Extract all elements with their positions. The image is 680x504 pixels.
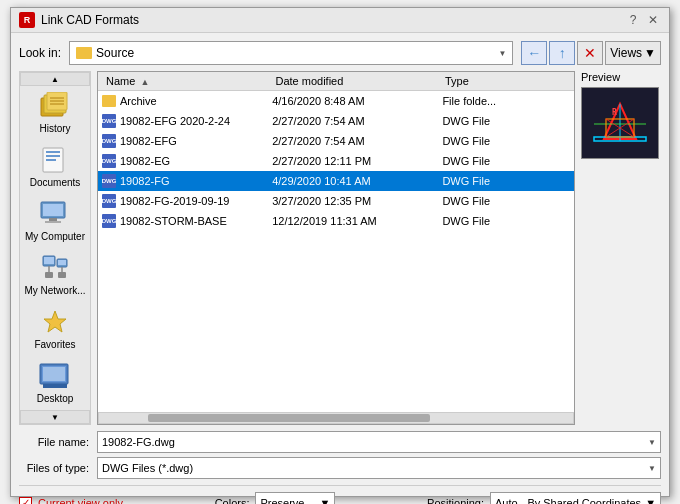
sidebar-item-my-computer[interactable]: My Computer bbox=[20, 194, 90, 248]
file-type: DWG File bbox=[442, 215, 570, 227]
file-list-header: Name ▲ Date modified Type bbox=[98, 72, 574, 91]
sidebar-scroll-down[interactable]: ▼ bbox=[20, 410, 90, 424]
file-name-field[interactable]: 19082-FG.dwg ▼ bbox=[97, 431, 661, 453]
svg-rect-13 bbox=[45, 221, 61, 223]
svg-rect-25 bbox=[43, 367, 65, 381]
current-view-label: Current view only bbox=[38, 497, 123, 504]
table-row[interactable]: Archive4/16/2020 8:48 AMFile folde... bbox=[98, 91, 574, 111]
filename-row: File name: 19082-FG.dwg ▼ bbox=[19, 431, 661, 453]
files-of-type-dropdown: ▼ bbox=[648, 464, 656, 473]
table-row[interactable]: DWG19082-STORM-BASE12/12/2019 11:31 AMDW… bbox=[98, 211, 574, 231]
sidebar-documents-label: Documents bbox=[30, 177, 81, 188]
svg-rect-8 bbox=[46, 155, 60, 157]
sidebar-my-computer-label: My Computer bbox=[25, 231, 85, 242]
svg-rect-12 bbox=[49, 218, 57, 221]
file-name-value: 19082-FG.dwg bbox=[102, 436, 175, 448]
dwg-icon: DWG bbox=[102, 214, 116, 228]
files-of-type-value: DWG Files (*.dwg) bbox=[102, 462, 193, 474]
file-type: DWG File bbox=[442, 155, 570, 167]
svg-rect-15 bbox=[44, 257, 54, 264]
up-button[interactable]: ↑ bbox=[549, 41, 575, 65]
table-row[interactable]: DWG19082-FG4/29/2020 10:41 AMDWG File bbox=[98, 171, 574, 191]
colors-combo[interactable]: Preserve ▼ bbox=[255, 492, 335, 504]
svg-rect-26 bbox=[43, 384, 67, 388]
options-row-1: Current view only Colors: Preserve ▼ Pos… bbox=[19, 492, 661, 504]
svg-rect-9 bbox=[46, 159, 56, 161]
horizontal-scrollbar[interactable] bbox=[98, 412, 574, 424]
sidebar-item-documents[interactable]: Documents bbox=[20, 140, 90, 194]
file-date: 12/12/2019 11:31 AM bbox=[272, 215, 442, 227]
column-type-header[interactable]: Type bbox=[441, 74, 570, 88]
look-in-combo[interactable]: Source ▼ bbox=[69, 41, 513, 65]
sidebar-history-label: History bbox=[39, 123, 70, 134]
help-button[interactable]: ? bbox=[625, 12, 641, 28]
file-date: 4/29/2020 10:41 AM bbox=[272, 175, 442, 187]
views-arrow: ▼ bbox=[644, 46, 656, 60]
dwg-icon: DWG bbox=[102, 134, 116, 148]
file-date: 2/27/2020 7:54 AM bbox=[272, 135, 442, 147]
documents-icon bbox=[39, 146, 71, 174]
svg-text:R: R bbox=[612, 108, 617, 117]
title-bar: R Link CAD Formats ? ✕ bbox=[11, 8, 669, 33]
views-label: Views bbox=[610, 46, 642, 60]
sidebar-item-my-network[interactable]: My Network... bbox=[20, 248, 90, 302]
scrollbar-thumb bbox=[148, 414, 430, 422]
file-type: DWG File bbox=[442, 175, 570, 187]
file-date: 3/27/2020 12:35 PM bbox=[272, 195, 442, 207]
svg-rect-17 bbox=[58, 260, 66, 265]
app-icon: R bbox=[19, 12, 35, 28]
dwg-icon: DWG bbox=[102, 174, 116, 188]
bottom-rows: File name: 19082-FG.dwg ▼ Files of type:… bbox=[19, 431, 661, 479]
dialog-title: Link CAD Formats bbox=[41, 13, 139, 27]
link-cad-dialog: R Link CAD Formats ? ✕ Look in: Source ▼… bbox=[10, 7, 670, 497]
current-view-checkbox[interactable] bbox=[19, 497, 32, 505]
sidebar-my-network-label: My Network... bbox=[24, 285, 85, 296]
toolbar-buttons: ← ↑ ✕ Views ▼ bbox=[521, 41, 661, 65]
files-of-type-field[interactable]: DWG Files (*.dwg) ▼ bbox=[97, 457, 661, 479]
sidebar-item-history[interactable]: History bbox=[20, 86, 90, 140]
colors-value: Preserve bbox=[260, 497, 304, 504]
positioning-group: Positioning: Auto - By Shared Coordinate… bbox=[427, 492, 661, 504]
current-view-checkbox-row: Current view only bbox=[19, 497, 123, 505]
title-bar-left: R Link CAD Formats bbox=[19, 12, 139, 28]
file-type: DWG File bbox=[442, 115, 570, 127]
close-button[interactable]: ✕ bbox=[645, 12, 661, 28]
preview-box: R bbox=[581, 87, 659, 159]
sidebar-favorites-label: Favorites bbox=[34, 339, 75, 350]
table-row[interactable]: DWG19082-EG2/27/2020 12:11 PMDWG File bbox=[98, 151, 574, 171]
delete-button[interactable]: ✕ bbox=[577, 41, 603, 65]
folder-icon bbox=[102, 95, 116, 107]
dialog-body: Look in: Source ▼ ← ↑ ✕ Views ▼ bbox=[11, 33, 669, 504]
preview-label: Preview bbox=[581, 71, 661, 83]
dwg-icon: DWG bbox=[102, 114, 116, 128]
desktop-icon bbox=[39, 362, 71, 390]
sidebar-scroll-up[interactable]: ▲ bbox=[20, 72, 90, 86]
filetype-row: Files of type: DWG Files (*.dwg) ▼ bbox=[19, 457, 661, 479]
positioning-value: Auto - By Shared Coordinates bbox=[495, 497, 641, 504]
column-name-header[interactable]: Name ▲ bbox=[102, 74, 271, 88]
main-area: ▲ History bbox=[19, 71, 661, 425]
history-icon bbox=[39, 92, 71, 120]
sidebar-item-favorites[interactable]: Favorites bbox=[20, 302, 90, 356]
svg-rect-21 bbox=[58, 272, 66, 278]
look-in-dropdown-arrow: ▼ bbox=[498, 49, 506, 58]
back-button[interactable]: ← bbox=[521, 41, 547, 65]
positioning-dropdown-arrow: ▼ bbox=[645, 497, 656, 504]
file-name-dropdown: ▼ bbox=[648, 438, 656, 447]
file-date: 4/16/2020 8:48 AM bbox=[272, 95, 442, 107]
my-computer-icon bbox=[39, 200, 71, 228]
sidebar-item-desktop[interactable]: Desktop bbox=[20, 356, 90, 410]
folder-icon bbox=[76, 47, 92, 59]
look-in-combo-text: Source bbox=[76, 46, 134, 60]
views-button[interactable]: Views ▼ bbox=[605, 41, 661, 65]
dwg-icon: DWG bbox=[102, 154, 116, 168]
sidebar: ▲ History bbox=[19, 71, 91, 425]
table-row[interactable]: DWG19082-FG-2019-09-193/27/2020 12:35 PM… bbox=[98, 191, 574, 211]
table-row[interactable]: DWG19082-EFG 2020-2-242/27/2020 7:54 AMD… bbox=[98, 111, 574, 131]
colors-label: Colors: bbox=[215, 497, 250, 504]
file-date: 2/27/2020 7:54 AM bbox=[272, 115, 442, 127]
column-date-header[interactable]: Date modified bbox=[271, 74, 440, 88]
positioning-combo[interactable]: Auto - By Shared Coordinates ▼ bbox=[490, 492, 661, 504]
table-row[interactable]: DWG19082-EFG2/27/2020 7:54 AMDWG File bbox=[98, 131, 574, 151]
colors-group: Colors: Preserve ▼ bbox=[215, 492, 336, 504]
